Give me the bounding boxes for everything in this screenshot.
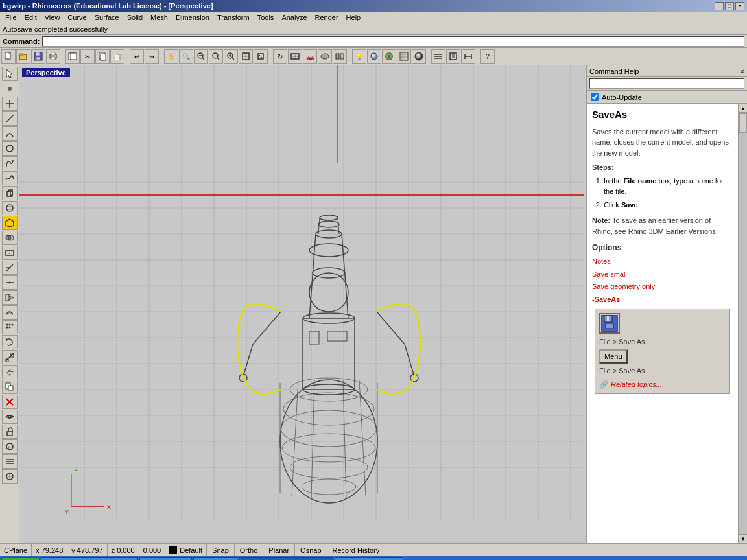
close-help-button[interactable]: ×: [741, 67, 744, 75]
menu-analyze[interactable]: Analyze: [278, 13, 311, 22]
layer-button[interactable]: [431, 49, 445, 64]
circle-gradient-button[interactable]: [412, 49, 426, 64]
record-history-button[interactable]: Record History: [327, 544, 386, 556]
scroll-up-arrow[interactable]: ▲: [739, 104, 747, 113]
line-tool[interactable]: [2, 111, 18, 126]
taskbar-paint[interactable]: smllwirp - Paint: [335, 557, 404, 560]
ortho-button[interactable]: Ortho: [235, 544, 264, 556]
snap-button[interactable]: Snap: [207, 544, 235, 556]
boolean-tool[interactable]: [2, 231, 18, 245]
circle-tool[interactable]: [2, 141, 18, 156]
layers-tool[interactable]: [2, 454, 18, 469]
menu-button[interactable]: Menu: [599, 349, 628, 364]
lights-button[interactable]: 💡: [352, 49, 366, 64]
menu-render[interactable]: Render: [311, 13, 342, 22]
help-button[interactable]: ?: [480, 49, 495, 64]
zoom-in-button[interactable]: 🔍: [179, 49, 193, 64]
taskbar-utilities[interactable]: Utilities: [193, 557, 237, 560]
trim-tool[interactable]: [2, 261, 18, 275]
select-tool[interactable]: [2, 67, 18, 81]
zoom-window-button[interactable]: [224, 49, 238, 64]
paste-button[interactable]: 📋: [110, 49, 124, 64]
delete-tool[interactable]: [2, 395, 18, 409]
menu-mesh[interactable]: Mesh: [147, 13, 172, 22]
print-button[interactable]: [46, 49, 60, 64]
zoom-out-button[interactable]: [194, 49, 208, 64]
copy-tool[interactable]: [2, 380, 18, 394]
copy-button[interactable]: [95, 49, 110, 64]
menu-file[interactable]: File: [1, 13, 21, 22]
save-button[interactable]: [31, 49, 45, 64]
template-button[interactable]: [65, 49, 80, 64]
color-button[interactable]: [382, 49, 396, 64]
close-button[interactable]: ×: [735, 2, 744, 10]
related-topics-link[interactable]: Related topics...: [611, 379, 662, 390]
zoom-11-button[interactable]: [239, 49, 253, 64]
planar-button[interactable]: Planar: [263, 544, 295, 556]
scroll-thumb[interactable]: [739, 113, 747, 133]
freeform-tool[interactable]: [2, 156, 18, 170]
scale-tool[interactable]: [2, 350, 18, 364]
texture-button[interactable]: [397, 49, 411, 64]
help-search-input[interactable]: [589, 78, 744, 89]
wireframe-button[interactable]: [288, 49, 302, 64]
array-tool[interactable]: [2, 320, 18, 334]
save-geometry-link[interactable]: Save geometry only: [592, 281, 733, 292]
cut-button[interactable]: ✂: [80, 49, 95, 64]
taskbar-rhino[interactable]: bgwirp - Rhinoceros (...: [239, 557, 333, 560]
open-button[interactable]: [16, 49, 30, 64]
menu-help[interactable]: Help: [342, 13, 365, 22]
box-tool[interactable]: [2, 186, 18, 200]
arc-tool[interactable]: [2, 126, 18, 141]
menu-transform[interactable]: Transform: [213, 13, 254, 22]
pan-button[interactable]: ✋: [164, 49, 178, 64]
menu-solid[interactable]: Solid: [123, 13, 147, 22]
menu-curve[interactable]: Curve: [64, 13, 90, 22]
offset-tool[interactable]: [2, 305, 18, 320]
object-prop-button[interactable]: [446, 49, 460, 64]
save-small-link[interactable]: Save small: [592, 269, 733, 280]
menu-edit[interactable]: Edit: [21, 13, 41, 22]
notes-link[interactable]: Notes: [592, 256, 733, 267]
point-tool[interactable]: [2, 97, 18, 111]
zoom-fit-button[interactable]: [209, 49, 223, 64]
scroll-track[interactable]: [739, 113, 747, 534]
command-input[interactable]: [42, 36, 744, 47]
menu-dimension[interactable]: Dimension: [172, 13, 213, 22]
split-tool[interactable]: [2, 246, 18, 260]
undo-button[interactable]: ↩: [130, 49, 144, 64]
rotate-view-button[interactable]: ↻: [273, 49, 287, 64]
menu-view[interactable]: View: [41, 13, 64, 22]
osnap-tool[interactable]: [2, 469, 18, 484]
mirror-tool[interactable]: [2, 290, 18, 305]
lock-tool[interactable]: [2, 425, 18, 439]
car-icon-button[interactable]: 🚗: [303, 49, 317, 64]
menu-tools[interactable]: Tools: [254, 13, 278, 22]
redo-button[interactable]: ↪: [145, 49, 159, 64]
right-scroll-bar[interactable]: ▲ ▼: [738, 104, 747, 543]
new-button[interactable]: [1, 49, 16, 64]
shading-button[interactable]: [318, 49, 332, 64]
viewport[interactable]: Perspective: [19, 65, 586, 543]
minimize-button[interactable]: _: [715, 2, 724, 10]
menu-surface[interactable]: Surface: [91, 13, 123, 22]
join-tool[interactable]: [2, 275, 18, 290]
extrude-tool[interactable]: [2, 216, 18, 230]
sphere-tool[interactable]: [2, 201, 18, 215]
material-button[interactable]: [367, 49, 381, 64]
zoom-extents-button[interactable]: [254, 49, 268, 64]
properties-tool[interactable]: i: [2, 439, 18, 454]
taskbar-firefox[interactable]: edit : 3D portal gun + An...: [41, 557, 138, 560]
taskbar-comtech[interactable]: Com Tech: [139, 557, 192, 560]
auto-update-checkbox[interactable]: [591, 93, 599, 101]
hide-tool[interactable]: [2, 410, 18, 424]
rotate-tool[interactable]: [2, 335, 18, 349]
move-tool[interactable]: [2, 365, 18, 379]
maximize-button[interactable]: □: [725, 2, 734, 10]
spline-tool[interactable]: [2, 171, 18, 185]
start-button[interactable]: ▶ Start: [1, 557, 40, 560]
scroll-down-arrow[interactable]: ▼: [739, 534, 747, 543]
dim-button[interactable]: [461, 49, 475, 64]
panel-button[interactable]: [333, 49, 347, 64]
osnap-button[interactable]: Osnap: [295, 544, 327, 556]
